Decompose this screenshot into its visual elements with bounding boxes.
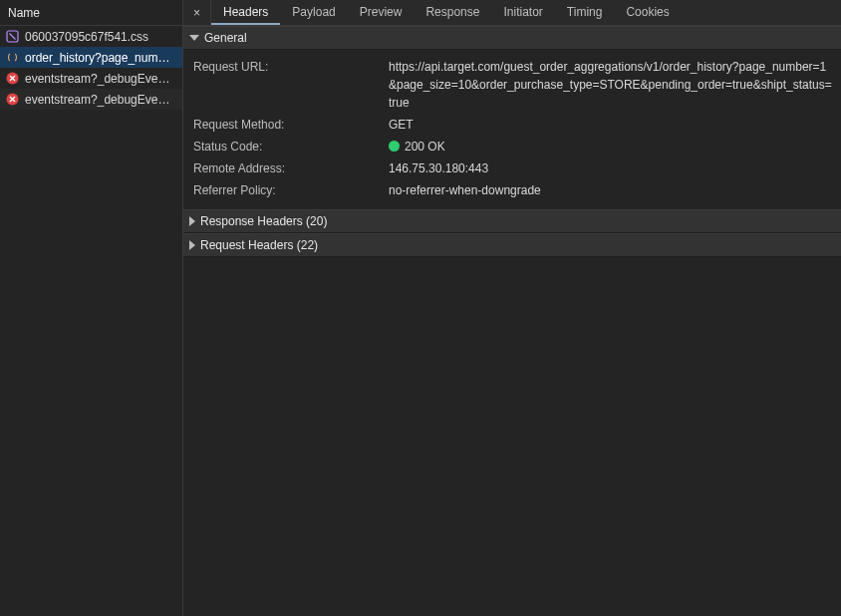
kv-row: Request URL: https://api.target.com/gues…	[193, 56, 833, 114]
css-icon	[6, 30, 19, 43]
details-panel: × HeadersPayloadPreviewResponseInitiator…	[183, 0, 841, 616]
kv-row: Remote Address: 146.75.30.180:443	[193, 157, 833, 179]
request-row[interactable]: 060037095c67f541.css	[0, 26, 182, 47]
tab-label: Response	[425, 5, 479, 19]
kv-val: 200 OK	[389, 138, 833, 155]
section-header-request-headers[interactable]: Request Headers (22)	[183, 233, 841, 257]
kv-key: Request Method:	[193, 116, 389, 134]
tab-label: Timing	[567, 5, 603, 19]
tab-label: Preview	[360, 5, 403, 19]
tab-headers[interactable]: Headers	[211, 0, 280, 25]
close-icon: ×	[193, 6, 200, 20]
error-icon	[6, 72, 19, 85]
request-row-label: 060037095c67f541.css	[25, 30, 176, 44]
section-header-response-headers[interactable]: Response Headers (20)	[183, 209, 841, 233]
kv-key: Request URL:	[193, 58, 389, 112]
kv-row: Referrer Policy: no-referrer-when-downgr…	[193, 179, 833, 201]
xhr-icon	[6, 51, 19, 64]
kv-key: Status Code:	[193, 138, 389, 155]
kv-key: Referrer Policy:	[193, 181, 389, 199]
section-title-response-headers: Response Headers (20)	[200, 214, 327, 228]
status-dot-icon	[389, 141, 400, 152]
close-details-button[interactable]: ×	[183, 0, 211, 25]
kv-row: Request Method: GET	[193, 114, 833, 136]
section-title-request-headers: Request Headers (22)	[200, 238, 318, 252]
request-row[interactable]: eventstream?_debugEvent=…	[0, 89, 182, 110]
tab-label: Headers	[223, 5, 268, 19]
tab-timing[interactable]: Timing	[555, 0, 615, 25]
request-row[interactable]: order_history?page_numbe…	[0, 47, 182, 68]
request-row-label: eventstream?_debugEvent=…	[25, 93, 176, 107]
kv-val: GET	[389, 116, 833, 134]
name-column-header-label: Name	[8, 6, 40, 20]
tab-bar: × HeadersPayloadPreviewResponseInitiator…	[183, 0, 841, 26]
tab-label: Cookies	[626, 5, 669, 19]
status-code-text: 200 OK	[405, 140, 445, 154]
triangle-right-icon	[189, 240, 195, 250]
kv-key: Remote Address:	[193, 159, 389, 177]
kv-val: no-referrer-when-downgrade	[389, 181, 833, 199]
triangle-down-icon	[189, 35, 199, 41]
tab-preview[interactable]: Preview	[348, 0, 415, 25]
tab-response[interactable]: Response	[414, 0, 491, 25]
section-body-general: Request URL: https://api.target.com/gues…	[183, 50, 841, 209]
request-row[interactable]: eventstream?_debugEvent=…	[0, 68, 182, 89]
error-icon	[6, 93, 19, 106]
kv-row: Status Code: 200 OK	[193, 136, 833, 157]
tab-label: Payload	[292, 5, 335, 19]
request-row-label: eventstream?_debugEvent=…	[25, 72, 176, 86]
kv-val: 146.75.30.180:443	[389, 159, 833, 177]
request-list-panel: Name 060037095c67f541.cssorder_history?p…	[0, 0, 183, 616]
tab-initiator[interactable]: Initiator	[491, 0, 554, 25]
tab-label: Initiator	[503, 5, 542, 19]
name-column-header[interactable]: Name	[0, 0, 182, 26]
details-scroll: General Request URL: https://api.target.…	[183, 26, 841, 616]
section-title-general: General	[204, 31, 247, 45]
kv-val: https://api.target.com/guest_order_aggre…	[389, 58, 833, 112]
tab-cookies[interactable]: Cookies	[614, 0, 681, 25]
request-list: 060037095c67f541.cssorder_history?page_n…	[0, 26, 182, 616]
triangle-right-icon	[189, 216, 195, 226]
tab-payload[interactable]: Payload	[280, 0, 347, 25]
section-header-general[interactable]: General	[183, 26, 841, 50]
request-row-label: order_history?page_numbe…	[25, 51, 176, 65]
